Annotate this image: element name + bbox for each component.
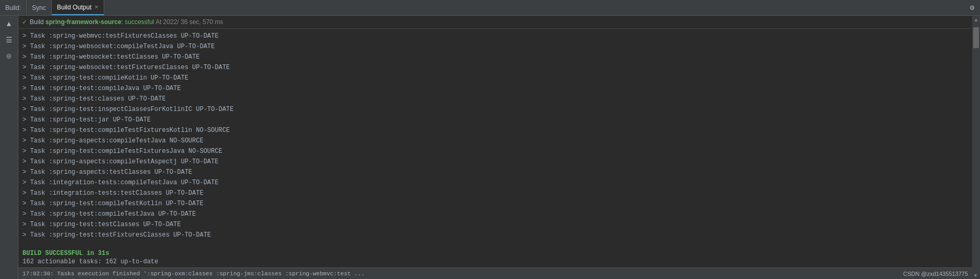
up-arrow-icon[interactable]: ▲ [3, 18, 15, 30]
tab-sync[interactable]: Sync [27, 0, 52, 15]
project-name: spring-framework-source [46, 18, 121, 26]
left-sidebar: ▲ ☰ ◎ [0, 16, 18, 279]
scroll-thumb[interactable] [973, 27, 979, 48]
lines-icon[interactable]: ☰ [3, 34, 15, 46]
build-success-text: BUILD SUCCESSFUL in 31s [23, 250, 968, 257]
log-line: > Task :spring-aspects:compileTestJava N… [18, 136, 972, 146]
log-line: > Task :spring-websocket:testClasses UP-… [18, 52, 972, 62]
log-line: > Task :spring-test:jar UP-TO-DATE [18, 115, 972, 125]
log-line: > Task :spring-test:inspectClassesForKot… [18, 104, 972, 115]
log-line: > Task :spring-test:compileKotlin UP-TO-… [18, 73, 972, 83]
status-time: At 2022/ 36 sec, 570 ms [155, 18, 223, 26]
build-result: BUILD SUCCESSFUL in 31s 162 actionable t… [18, 245, 972, 267]
log-line: > Task :spring-webmvc:testFixturesClasse… [18, 31, 972, 41]
build-actionable-text: 162 actionable tasks: 162 up-to-date [23, 258, 968, 265]
log-line: > Task :spring-test:testFixturesClasses … [18, 230, 972, 240]
build-status-bar: ✓ Build spring-framework-source: success… [18, 16, 972, 29]
tab-bar: Build: Sync Build Output ✕ ⚙ [0, 0, 980, 16]
log-line: > Task :integration-tests:testClasses UP… [18, 188, 972, 198]
status-word: successful [125, 18, 154, 26]
tab-build-output[interactable]: Build Output ✕ [52, 0, 104, 15]
bottom-status-bar: 17:02:30: Tasks execution finished ':spr… [18, 267, 972, 279]
log-line: > Task :spring-websocket:compileTestJava… [18, 41, 972, 52]
log-line: > Task :spring-test:classes UP-TO-DATE [18, 94, 972, 104]
output-area[interactable]: > Task :spring-webmvc:testFixturesClasse… [18, 29, 972, 245]
success-icon: ✓ [23, 18, 27, 26]
settings-icon: ⚙ [970, 3, 974, 12]
tab-build-output-label: Build Output [57, 4, 92, 11]
bottom-status-left: 17:02:30: Tasks execution finished ':spr… [23, 271, 365, 277]
scrollbar-controls: ▲ [972, 16, 980, 25]
log-line: > Task :spring-test:compileTestKotlin UP… [18, 198, 972, 209]
log-line: > Task :spring-test:compileJava UP-TO-DA… [18, 83, 972, 94]
tab-sync-label: Sync [32, 4, 46, 12]
log-line: > Task :spring-test:compileTestFixturesJ… [18, 146, 972, 157]
main-area: ▲ ☰ ◎ ✓ Build spring-framework-source: s… [0, 16, 980, 279]
scroll-track[interactable] [972, 25, 980, 272]
eye-icon[interactable]: ◎ [3, 50, 15, 61]
log-line: > Task :spring-test:compileTestFixturesK… [18, 125, 972, 136]
log-line: > Task :spring-test:testClasses UP-TO-DA… [18, 219, 972, 230]
build-status-text: Build spring-framework-source: successfu… [30, 18, 224, 26]
log-line: > Task :integration-tests:compileTestJav… [18, 177, 972, 188]
log-line: > Task :spring-aspects:compileTestAspect… [18, 157, 972, 167]
right-scrollbar[interactable]: ▲ ▼ [972, 16, 980, 279]
scroll-up-button[interactable]: ▲ [973, 17, 979, 24]
log-line: > Task :spring-aspects:testClasses UP-TO… [18, 167, 972, 177]
log-line: > Task :spring-test:compileTestJava UP-T… [18, 209, 972, 219]
content-area: ✓ Build spring-framework-source: success… [18, 16, 972, 279]
log-line: > Task :spring-websocket:testFixturesCla… [18, 62, 972, 73]
close-tab-icon[interactable]: ✕ [94, 4, 98, 10]
settings-button[interactable]: ⚙ [964, 0, 980, 16]
tab-build[interactable]: Build: [0, 0, 27, 15]
bottom-status-right: CSDN @zxd1435513775 [903, 271, 968, 277]
scroll-down-button[interactable]: ▼ [972, 272, 979, 279]
tab-build-label: Build: [5, 4, 21, 12]
